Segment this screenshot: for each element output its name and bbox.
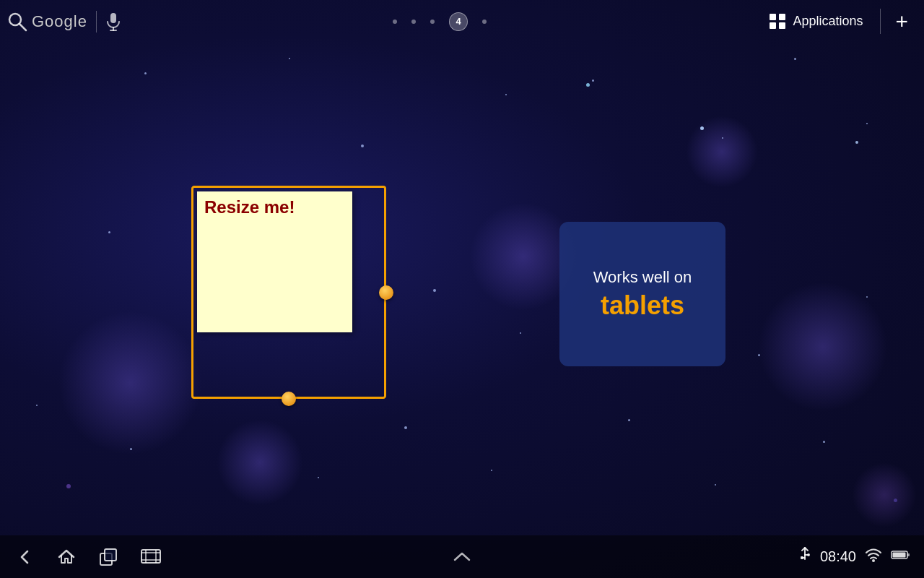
svg-line-1 [19,24,26,30]
tablet-text-line1: Works well on [593,267,692,288]
svg-rect-2 [110,13,116,23]
svg-point-14 [807,553,810,556]
recent-apps-button[interactable] [98,547,118,567]
search-icon [7,12,27,32]
microphone-icon[interactable] [105,12,121,32]
resize-handle-bottom[interactable] [282,392,296,406]
applications-button[interactable]: Applications [758,8,874,35]
clock-time: 08:40 [820,548,856,565]
page-dot-2[interactable] [411,20,416,24]
top-bar: Google 4 Applications + [0,0,924,43]
wifi-icon [865,548,882,566]
battery-icon [891,549,910,564]
page-dots: 4 [121,12,758,31]
apps-grid-icon [770,14,785,30]
tablet-widget: Works well on tablets [559,222,725,366]
home-button[interactable] [56,547,77,567]
bottom-left-nav [14,547,313,567]
main-content: Resize me! Works well on tablets [0,43,924,535]
page-dot-5[interactable] [482,20,487,24]
svg-rect-6 [105,549,116,561]
page-dot-active[interactable]: 4 [449,12,468,31]
add-button[interactable]: + [886,9,917,34]
resize-handle-right[interactable] [379,285,393,300]
bottom-right-status: 08:40 [611,546,910,567]
search-area[interactable]: Google [7,12,87,32]
page-dot-3[interactable] [430,20,435,24]
svg-point-17 [872,559,875,562]
svg-rect-7 [141,550,160,563]
sticky-note: Resize me! [197,191,352,332]
bottom-center-nav [313,550,611,564]
svg-rect-16 [801,556,803,559]
apps-divider [880,9,881,34]
sticky-title: Resize me! [197,191,352,223]
up-chevron-button[interactable] [452,550,472,564]
search-divider [96,11,97,33]
svg-rect-19 [892,553,905,558]
google-label: Google [32,12,87,31]
back-button[interactable] [14,547,35,567]
sticky-note-widget[interactable]: Resize me! [191,186,386,399]
page-dot-1[interactable] [393,20,397,24]
usb-icon [798,546,811,567]
tablet-text-line2: tablets [601,290,684,321]
right-controls: Applications + [758,8,917,35]
screenshot-button[interactable] [140,547,162,567]
svg-rect-20 [907,553,910,556]
applications-label: Applications [793,14,863,29]
bottom-bar: 08:40 [0,535,924,578]
